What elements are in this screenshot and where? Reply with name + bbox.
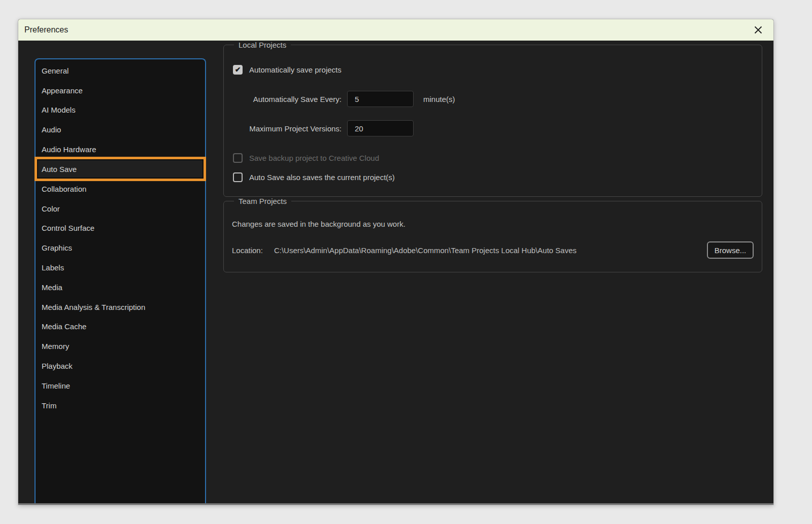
- checkbox-icon[interactable]: ✔: [233, 65, 243, 75]
- sidebar-item-label: Collaboration: [42, 185, 86, 193]
- sidebar-item-label: Media: [42, 283, 62, 292]
- team-projects-group: Team Projects Changes are saved in the b…: [223, 197, 762, 272]
- sidebar-item-memory[interactable]: Memory: [36, 336, 205, 356]
- sidebar-item-label: General: [42, 66, 69, 75]
- sidebar-item-control-surface[interactable]: Control Surface: [36, 219, 205, 238]
- save-every-label: Automatically Save Every:: [232, 95, 342, 103]
- dialog-body: GeneralAppearanceAI ModelsAudioAudio Har…: [18, 41, 773, 505]
- auto-save-current-projects-checkbox-row[interactable]: ✔ Auto Save also saves the current proje…: [232, 171, 754, 183]
- sidebar-item-media[interactable]: Media: [36, 277, 205, 297]
- sidebar-item-media-cache[interactable]: Media Cache: [36, 317, 205, 337]
- save-every-row: Automatically Save Every: minute(s): [232, 91, 754, 107]
- automatically-save-projects-label: Automatically save projects: [249, 65, 342, 74]
- close-icon: [753, 24, 764, 36]
- sidebar-item-label: Color: [42, 204, 60, 213]
- sidebar-item-trim[interactable]: Trim: [36, 396, 205, 415]
- checkbox-icon: ✔: [233, 153, 243, 163]
- sidebar-item-audio[interactable]: Audio: [36, 120, 205, 139]
- save-backup-creative-cloud-checkbox-row: ✔ Save backup project to Creative Cloud: [232, 152, 754, 164]
- dialog-titlebar[interactable]: Preferences: [18, 19, 773, 41]
- sidebar-item-graphics[interactable]: Graphics: [36, 238, 205, 258]
- location-path: C:\Users\Admin\AppData\Roaming\Adobe\Com…: [274, 246, 577, 255]
- sidebar-item-label: Graphics: [42, 243, 72, 252]
- sidebar-item-label: Audio Hardware: [42, 145, 96, 154]
- sidebar-item-collaboration[interactable]: Collaboration: [36, 179, 205, 199]
- save-backup-creative-cloud-label: Save backup project to Creative Cloud: [249, 154, 379, 162]
- sidebar-item-color[interactable]: Color: [36, 199, 205, 219]
- automatically-save-projects-checkbox-row[interactable]: ✔ Automatically save projects: [232, 63, 754, 76]
- sidebar-item-playback[interactable]: Playback: [36, 356, 205, 376]
- local-projects-legend: Local Projects: [234, 41, 291, 49]
- sidebar-item-label: Auto Save: [42, 165, 77, 173]
- sidebar-item-label: Control Surface: [42, 224, 94, 232]
- max-versions-label: Maximum Project Versions:: [232, 124, 342, 133]
- sidebar-item-labels[interactable]: Labels: [36, 258, 205, 277]
- max-versions-row: Maximum Project Versions:: [232, 120, 754, 136]
- team-projects-legend: Team Projects: [234, 197, 291, 205]
- sidebar-item-label: Timeline: [42, 381, 70, 390]
- sidebar-item-label: Labels: [42, 263, 64, 272]
- sidebar-item-auto-save[interactable]: Auto Save: [35, 157, 206, 181]
- location-label: Location:: [232, 246, 263, 255]
- save-every-input[interactable]: [347, 91, 414, 107]
- sidebar-item-ai-models[interactable]: AI Models: [36, 100, 205, 120]
- desktop-background: Preferences GeneralAppearanceAI ModelsAu…: [0, 0, 812, 524]
- local-projects-group: Local Projects ✔ Automatically save proj…: [223, 41, 762, 197]
- checkmark-icon: ✔: [235, 66, 241, 73]
- sidebar-item-label: AI Models: [42, 106, 76, 114]
- sidebar-item-general[interactable]: General: [36, 61, 205, 81]
- sidebar-item-label: Memory: [42, 342, 69, 351]
- checkbox-icon[interactable]: ✔: [233, 172, 243, 182]
- sidebar-item-appearance[interactable]: Appearance: [36, 81, 205, 100]
- sidebar-item-label: Media Analysis & Transcription: [42, 303, 145, 311]
- save-every-suffix: minute(s): [423, 95, 455, 103]
- sidebar-item-media-analysis-transcription[interactable]: Media Analysis & Transcription: [36, 297, 205, 317]
- sidebar-item-label: Playback: [42, 362, 73, 370]
- max-versions-input[interactable]: [347, 120, 414, 136]
- preferences-dialog: Preferences GeneralAppearanceAI ModelsAu…: [18, 19, 773, 505]
- location-text-group: Location: C:\Users\Admin\AppData\Roaming…: [232, 246, 577, 255]
- sidebar-item-label: Appearance: [42, 86, 83, 95]
- preferences-sidebar: GeneralAppearanceAI ModelsAudioAudio Har…: [35, 58, 206, 505]
- team-projects-description: Changes are saved in the background as y…: [232, 220, 754, 228]
- sidebar-item-label: Audio: [42, 125, 61, 134]
- auto-save-current-projects-label: Auto Save also saves the current project…: [249, 173, 395, 182]
- sidebar-item-audio-hardware[interactable]: Audio Hardware: [36, 139, 205, 159]
- sidebar-item-label: Trim: [42, 401, 56, 410]
- close-button[interactable]: [751, 23, 765, 37]
- location-row: Location: C:\Users\Admin\AppData\Roaming…: [232, 241, 754, 259]
- sidebar-item-timeline[interactable]: Timeline: [36, 376, 205, 396]
- preferences-content: Local Projects ✔ Automatically save proj…: [223, 41, 762, 272]
- browse-button[interactable]: Browse...: [707, 241, 754, 259]
- sidebar-item-label: Media Cache: [42, 322, 86, 331]
- dialog-title: Preferences: [24, 25, 68, 34]
